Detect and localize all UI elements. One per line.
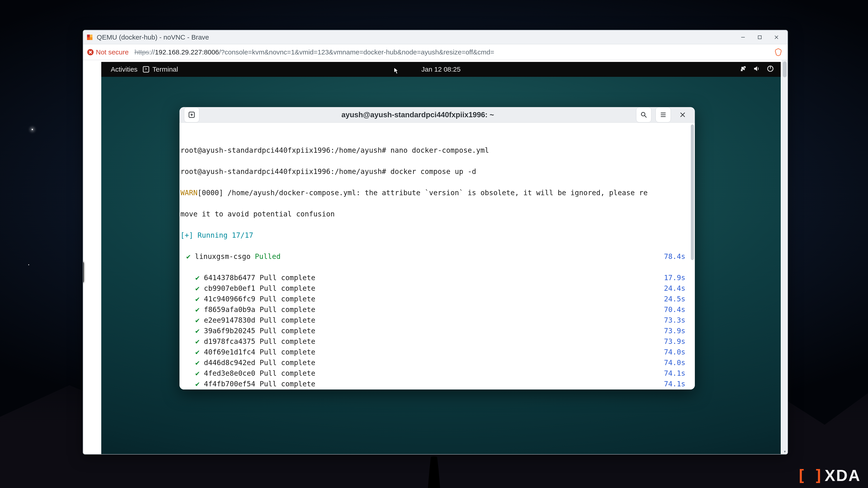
layer-line: ✔ d1978fca4375 Pull complete73.9s: [180, 336, 695, 347]
active-app-indicator[interactable]: Terminal: [140, 64, 181, 74]
terminal-warn-line: move it to avoid potential confusion: [180, 209, 695, 219]
star-icon: [28, 264, 29, 265]
close-terminal-button[interactable]: [675, 107, 690, 123]
svg-line-10: [645, 116, 647, 118]
browser-window: QEMU (docker-hub) - noVNC - Brave Not se…: [83, 30, 788, 455]
terminal-titlebar[interactable]: ayush@ayush-standardpci440fxpiix1996: ~: [180, 107, 695, 123]
not-secure-label: Not secure: [96, 48, 129, 56]
svg-point-9: [641, 112, 645, 116]
scroll-down-icon[interactable]: ▾: [782, 449, 787, 454]
svg-rect-1: [758, 36, 761, 39]
xda-logo-text: XDA: [825, 466, 861, 485]
novnc-panel-handle[interactable]: [83, 261, 84, 283]
terminal-window: ayush@ayush-standardpci440fxpiix1996: ~ …: [180, 107, 695, 390]
search-button[interactable]: [636, 107, 651, 123]
layer-line: ✔ 6414378b6477 Pull complete17.9s: [180, 272, 695, 283]
pulled-line: ✔ linuxgsm-csgo Pulled78.4s: [180, 251, 695, 262]
layer-line: ✔ 39a6f9b20245 Pull complete73.9s: [180, 326, 695, 336]
scrollbar-thumb[interactable]: [783, 61, 786, 77]
close-button[interactable]: [768, 32, 785, 43]
layer-line: ✔ 41c940966fc9 Pull complete24.5s: [180, 294, 695, 304]
volume-icon[interactable]: [753, 65, 761, 74]
not-secure-icon: [87, 49, 94, 55]
gnome-topbar: Activities Terminal Jan 12 08:25: [101, 62, 781, 77]
maximize-button[interactable]: [751, 32, 768, 43]
terminal-warn-line: WARN[0000] /home/ayush/docker-compose.ym…: [180, 188, 695, 198]
activities-button[interactable]: Activities: [108, 64, 140, 74]
vnc-app-icon: [84, 32, 95, 42]
browser-scrollbar[interactable]: ▴ ▾: [782, 60, 787, 454]
running-header: [+] Running 17/17: [180, 230, 695, 240]
layer-line: ✔ e2ee9147830d Pull complete73.3s: [180, 315, 695, 326]
terminal-body[interactable]: root@ayush-standardpci440fxpiix1996:/hom…: [180, 123, 695, 390]
menu-button[interactable]: [655, 107, 671, 123]
terminal-line: root@ayush-standardpci440fxpiix1996:/hom…: [180, 145, 695, 156]
terminal-title: ayush@ayush-standardpci440fxpiix1996: ~: [199, 110, 636, 119]
layer-line: ✔ 4f4fb700ef54 Pull complete74.1s: [180, 379, 695, 389]
brave-shield-icon[interactable]: [774, 48, 782, 56]
window-title: QEMU (docker-hub) - noVNC - Brave: [97, 33, 209, 41]
xda-logo-icon: [ ]: [797, 466, 822, 485]
layer-line: ✔ 4fed3e8e0ce0 Pull complete74.1s: [180, 368, 695, 379]
clock[interactable]: Jan 12 08:25: [418, 64, 463, 74]
terminal-line: root@ayush-standardpci440fxpiix1996:/hom…: [180, 166, 695, 177]
power-icon[interactable]: [767, 65, 774, 74]
layer-line: ✔ cb9907eb0ef1 Pull complete24.4s: [180, 283, 695, 294]
star-icon: [32, 129, 33, 130]
layer-line: ✔ f8659afa0b9a Pull complete70.4s: [180, 304, 695, 315]
xda-watermark: [ ] XDA: [797, 466, 861, 485]
browser-titlebar[interactable]: QEMU (docker-hub) - noVNC - Brave: [83, 30, 787, 44]
gnome-desktop: Activities Terminal Jan 12 08:25: [101, 62, 781, 454]
browser-content: ▴ ▾ Activities Terminal Jan 12 08:25: [83, 60, 782, 454]
mouse-cursor-icon: [394, 67, 399, 74]
network-icon[interactable]: [740, 65, 747, 74]
layer-line: ✔ 40f69e1d1fc4 Pull complete74.0s: [180, 347, 695, 357]
terminal-icon: [143, 66, 149, 72]
layer-line: ✔ 32d5e7cd7a55 Pull complete74.2s: [180, 389, 695, 390]
terminal-scrollbar[interactable]: [691, 125, 694, 260]
minimize-button[interactable]: [735, 32, 751, 43]
address-bar[interactable]: Not secure https://192.168.29.227:8006/?…: [83, 44, 787, 60]
active-app-label: Terminal: [152, 66, 178, 73]
layer-line: ✔ d446d8c942ed Pull complete74.0s: [180, 357, 695, 368]
url-text[interactable]: https://192.168.29.227:8006/?console=kvm…: [134, 48, 494, 56]
new-tab-button[interactable]: [184, 107, 199, 123]
